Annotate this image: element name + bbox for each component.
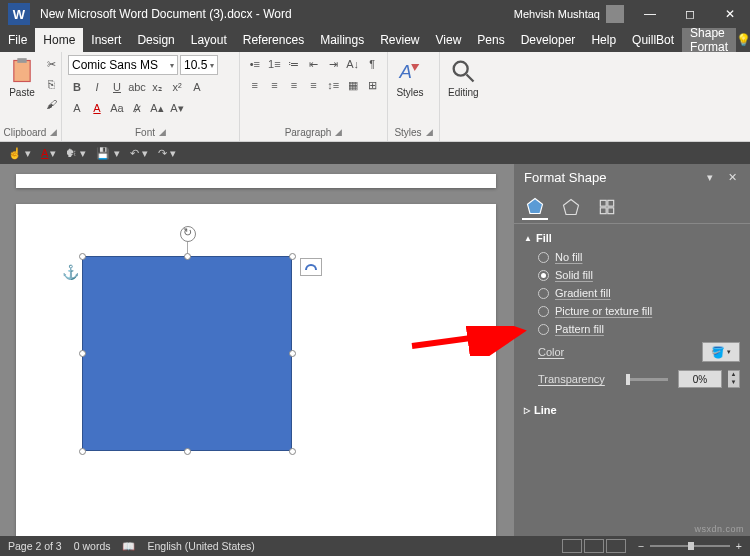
transparency-slider[interactable] [626, 378, 668, 381]
resize-handle-nw[interactable] [79, 253, 86, 260]
window-close-button[interactable]: ✕ [710, 0, 750, 28]
status-language[interactable]: English (United States) [147, 540, 254, 552]
zoom-out-button[interactable]: − [638, 540, 644, 552]
cut-button[interactable]: ✂ [42, 55, 60, 73]
tab-developer[interactable]: Developer [513, 28, 584, 52]
rotate-handle[interactable] [180, 226, 196, 242]
text-effects-button[interactable]: A [188, 78, 206, 96]
window-minimize-button[interactable]: — [630, 0, 670, 28]
line-section-header[interactable]: ▷Line [524, 400, 740, 420]
justify-button[interactable]: ≡ [305, 76, 323, 94]
anchor-icon[interactable]: ⚓ [62, 264, 79, 280]
resize-handle-se[interactable] [289, 448, 296, 455]
tab-insert[interactable]: Insert [83, 28, 129, 52]
radio-picture-texture-fill[interactable]: Picture or texture fill [524, 302, 740, 320]
font-size-select[interactable]: 10.5▾ [180, 55, 218, 75]
pane-tab-fill-line[interactable] [522, 194, 548, 220]
tab-home[interactable]: Home [35, 28, 83, 52]
resize-handle-n[interactable] [184, 253, 191, 260]
resize-handle-s[interactable] [184, 448, 191, 455]
strikethrough-button[interactable]: abc [128, 78, 146, 96]
view-print-layout-button[interactable] [584, 539, 604, 553]
qat-touch-mode-button[interactable]: ☝ ▾ [8, 147, 31, 160]
format-painter-button[interactable]: 🖌 [42, 95, 60, 113]
copy-button[interactable]: ⎘ [42, 75, 60, 93]
borders-button[interactable]: ⊞ [363, 76, 381, 94]
pane-tab-effects[interactable] [558, 194, 584, 220]
clipboard-launcher-icon[interactable]: ◢ [50, 127, 57, 137]
highlight-button[interactable]: A [68, 99, 86, 117]
pane-close-button[interactable]: ✕ [724, 171, 740, 184]
line-spacing-button[interactable]: ↕≡ [324, 76, 342, 94]
font-name-select[interactable]: Comic Sans MS▾ [68, 55, 178, 75]
transparency-value[interactable]: 0% [678, 370, 722, 388]
font-color-button[interactable]: A [88, 99, 106, 117]
resize-handle-sw[interactable] [79, 448, 86, 455]
status-word-count[interactable]: 0 words [74, 540, 111, 552]
pane-tab-layout[interactable] [594, 194, 620, 220]
transparency-spinner[interactable]: ▲▼ [728, 370, 740, 388]
resize-handle-e[interactable] [289, 350, 296, 357]
tab-references[interactable]: References [235, 28, 312, 52]
subscript-button[interactable]: x₂ [148, 78, 166, 96]
align-right-button[interactable]: ≡ [285, 76, 303, 94]
qat-speak-button[interactable]: 🗣 ▾ [66, 147, 86, 160]
numbering-button[interactable]: 1≡ [266, 55, 284, 73]
underline-button[interactable]: U [108, 78, 126, 96]
tab-file[interactable]: File [0, 28, 35, 52]
bullets-button[interactable]: •≡ [246, 55, 264, 73]
qat-font-color-button[interactable]: A ▾ [41, 147, 56, 160]
radio-gradient-fill[interactable]: Gradient fill [524, 284, 740, 302]
align-left-button[interactable]: ≡ [246, 76, 264, 94]
zoom-slider[interactable] [650, 545, 730, 547]
selected-shape-rectangle[interactable] [82, 256, 292, 451]
pane-options-button[interactable]: ▾ [702, 171, 718, 184]
tab-pens[interactable]: Pens [469, 28, 512, 52]
radio-solid-fill[interactable]: Solid fill [524, 266, 740, 284]
tab-design[interactable]: Design [129, 28, 182, 52]
resize-handle-w[interactable] [79, 350, 86, 357]
change-case-button[interactable]: Aa [108, 99, 126, 117]
slider-knob[interactable] [626, 374, 630, 385]
paste-button[interactable]: Paste [6, 55, 38, 100]
view-read-mode-button[interactable] [562, 539, 582, 553]
fill-color-button[interactable]: 🪣▾ [702, 342, 740, 362]
paragraph-launcher-icon[interactable]: ◢ [335, 127, 342, 137]
tab-mailings[interactable]: Mailings [312, 28, 372, 52]
fill-section-header[interactable]: ▲Fill [524, 228, 740, 248]
radio-no-fill[interactable]: No fill [524, 248, 740, 266]
resize-handle-ne[interactable] [289, 253, 296, 260]
grow-font-button[interactable]: A▴ [148, 99, 166, 117]
tab-view[interactable]: View [428, 28, 470, 52]
tab-shape-format[interactable]: Shape Format [682, 28, 736, 52]
italic-button[interactable]: I [88, 78, 106, 96]
shrink-font-button[interactable]: A▾ [168, 99, 186, 117]
increase-indent-button[interactable]: ⇥ [324, 55, 342, 73]
qat-redo-button[interactable]: ↷ ▾ [158, 147, 176, 160]
sort-button[interactable]: A↓ [344, 55, 362, 73]
decrease-indent-button[interactable]: ⇤ [305, 55, 323, 73]
status-spellcheck-icon[interactable]: 📖 [122, 540, 135, 553]
zoom-knob[interactable] [688, 542, 694, 550]
font-launcher-icon[interactable]: ◢ [159, 127, 166, 137]
qat-save-button[interactable]: 💾 ▾ [96, 147, 119, 160]
clear-formatting-button[interactable]: A̷ [128, 99, 146, 117]
window-restore-button[interactable]: ◻ [670, 0, 710, 28]
status-page[interactable]: Page 2 of 3 [8, 540, 62, 552]
tell-me-search[interactable]: 💡 Tell me [736, 26, 750, 54]
document-region[interactable]: ⚓ [0, 164, 514, 536]
align-center-button[interactable]: ≡ [266, 76, 284, 94]
view-web-layout-button[interactable] [606, 539, 626, 553]
superscript-button[interactable]: x² [168, 78, 186, 96]
radio-pattern-fill[interactable]: Pattern fill [524, 320, 740, 338]
layout-options-button[interactable] [300, 258, 322, 276]
show-marks-button[interactable]: ¶ [363, 55, 381, 73]
styles-launcher-icon[interactable]: ◢ [426, 127, 433, 137]
tab-layout[interactable]: Layout [183, 28, 235, 52]
zoom-in-button[interactable]: + [736, 540, 742, 552]
styles-button[interactable]: A Styles [394, 55, 426, 100]
tab-quillbot[interactable]: QuillBot [624, 28, 682, 52]
multilevel-list-button[interactable]: ≔ [285, 55, 303, 73]
shading-button[interactable]: ▦ [344, 76, 362, 94]
bold-button[interactable]: B [68, 78, 86, 96]
